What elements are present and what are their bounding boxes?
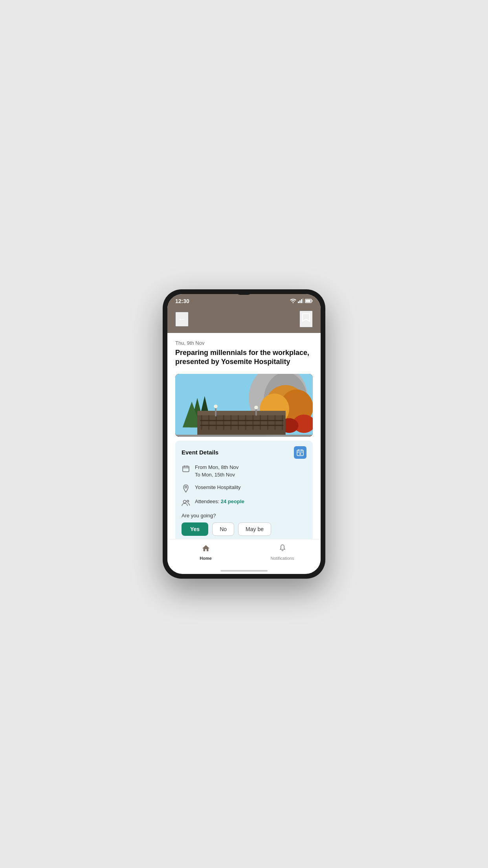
nav-home[interactable]: Home [167, 542, 244, 562]
svg-rect-21 [201, 415, 202, 430]
svg-rect-3 [301, 299, 302, 303]
svg-rect-1 [298, 302, 299, 303]
nav-notifications[interactable]: Notifications [244, 542, 321, 562]
svg-rect-46 [184, 465, 185, 467]
home-icon [202, 544, 210, 555]
event-details-header: Event Details [182, 446, 306, 459]
svg-rect-45 [183, 466, 189, 472]
event-date: Thu, 9th Nov [175, 340, 313, 346]
status-time: 12:30 [175, 298, 189, 304]
svg-point-0 [293, 302, 294, 303]
notifications-icon [279, 544, 286, 555]
top-navigation: ← [167, 307, 321, 333]
home-label: Home [200, 556, 212, 561]
going-question: Are you going? [182, 513, 306, 519]
from-date: From Mon, 8th Nov [195, 463, 238, 471]
svg-rect-31 [275, 415, 276, 430]
svg-rect-33 [215, 407, 216, 416]
event-title: Preparing millennials for the workplace,… [175, 348, 313, 367]
date-detail-row: From Mon, 8th Nov To Mon, 15th Nov [182, 463, 306, 479]
svg-point-50 [183, 500, 186, 503]
event-header: Thu, 9th Nov Preparing millennials for t… [167, 333, 321, 371]
back-button[interactable]: ← [175, 312, 189, 327]
attendees-text: Attendees: 24 people [195, 498, 244, 506]
svg-rect-20 [197, 411, 286, 415]
event-image [175, 374, 313, 437]
going-buttons: Yes No May be [182, 522, 306, 536]
calendar-icon [182, 464, 190, 473]
home-indicator [220, 570, 268, 572]
svg-rect-41 [301, 449, 302, 451]
yes-button[interactable]: Yes [182, 522, 208, 536]
svg-rect-22 [208, 415, 209, 430]
date-detail-text: From Mon, 8th Nov To Mon, 15th Nov [195, 463, 238, 479]
svg-point-36 [254, 406, 258, 409]
to-date: To Mon, 15th Nov [195, 471, 238, 479]
svg-rect-40 [298, 449, 299, 451]
svg-rect-7 [306, 300, 311, 302]
svg-rect-19 [197, 412, 286, 434]
svg-rect-38 [200, 425, 283, 426]
maybe-button[interactable]: May be [238, 522, 271, 536]
notch [236, 289, 252, 295]
battery-icon [305, 298, 313, 304]
svg-rect-26 [238, 415, 239, 430]
svg-rect-47 [187, 465, 187, 467]
attendees-detail-row: Attendees: 24 people [182, 498, 306, 507]
location-detail-row: Yosemite Hospitality [182, 484, 306, 493]
svg-rect-24 [223, 415, 224, 430]
svg-point-49 [185, 486, 187, 488]
event-image-placeholder [175, 374, 313, 437]
svg-rect-23 [216, 415, 217, 430]
svg-rect-4 [303, 298, 303, 303]
svg-rect-29 [260, 415, 261, 430]
svg-point-51 [187, 500, 189, 502]
svg-rect-6 [312, 300, 313, 302]
status-bar: 12:30 [167, 294, 321, 307]
location-text: Yosemite Hospitality [195, 484, 241, 491]
svg-point-34 [214, 405, 217, 408]
location-icon [182, 484, 190, 493]
event-details-title: Event Details [182, 449, 218, 456]
going-section: Are you going? Yes No May be [182, 513, 306, 536]
signal-icon [298, 298, 303, 304]
status-icons [290, 298, 313, 304]
no-button[interactable]: No [212, 522, 234, 536]
svg-rect-37 [200, 420, 283, 421]
svg-rect-42 [297, 452, 303, 452]
svg-rect-28 [253, 415, 254, 430]
attendees-count[interactable]: 24 people [221, 498, 244, 504]
svg-rect-27 [245, 415, 246, 430]
event-details-card: Event Details [175, 441, 313, 539]
svg-rect-25 [230, 415, 231, 430]
phone-frame: 12:30 [163, 289, 325, 579]
calendar-add-icon[interactable] [294, 446, 306, 459]
content-scroll: Thu, 9th Nov Preparing millennials for t… [167, 333, 321, 539]
bookmark-button[interactable] [299, 311, 313, 327]
bottom-navigation: Home Notifications [167, 539, 321, 568]
attendees-icon [182, 498, 190, 507]
wifi-icon [290, 298, 296, 304]
svg-rect-44 [299, 454, 301, 454]
phone-screen: 12:30 [167, 294, 321, 574]
svg-rect-2 [299, 300, 301, 303]
svg-rect-32 [282, 415, 283, 430]
svg-rect-30 [267, 415, 268, 430]
attendees-label: Attendees: [195, 498, 221, 504]
notifications-label: Notifications [271, 556, 294, 561]
